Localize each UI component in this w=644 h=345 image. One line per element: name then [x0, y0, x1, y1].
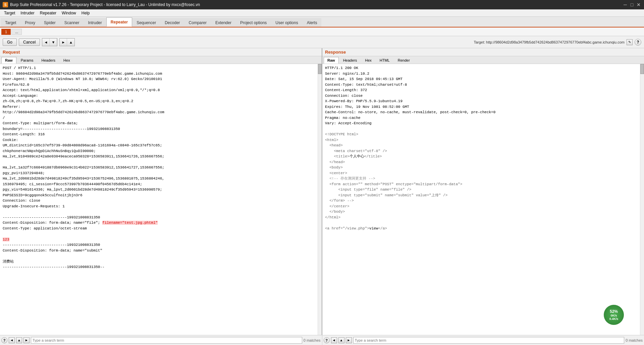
network-down: 0K/s	[610, 314, 617, 317]
request-search-prev[interactable]: ◄	[9, 337, 15, 343]
tab-user-options[interactable]: User options	[271, 18, 302, 27]
response-search-help[interactable]: ?	[324, 337, 330, 343]
tab-alerts[interactable]: Alerts	[303, 18, 322, 27]
network-up: 0.4K/s	[609, 317, 619, 321]
response-tabs: Raw Headers Hex HTML Render	[322, 56, 644, 64]
window-title: Burp Suite Professional v1.7.26 - Tempor…	[10, 2, 200, 7]
tab-project-options[interactable]: Project options	[236, 18, 271, 27]
repeater-tab-1[interactable]: 1	[1, 29, 11, 35]
main-content: Request Raw Params Headers Hex POST / HT…	[0, 48, 644, 335]
nav-up-button[interactable]: ▲	[67, 39, 74, 46]
request-header: Request	[0, 48, 322, 56]
tab-repeater[interactable]: Repeater	[106, 17, 132, 27]
tab-decoder[interactable]: Decoder	[160, 18, 184, 27]
response-search-input[interactable]	[353, 337, 625, 344]
tab-proxy[interactable]: Proxy	[20, 18, 40, 27]
request-search-input[interactable]	[31, 337, 302, 344]
nav-right-button[interactable]: ►	[60, 39, 67, 46]
request-content[interactable]: POST / HTTP/1.1 Host: 98604d2d98a3479fb5…	[0, 64, 318, 335]
tab-scanner[interactable]: Scanner	[60, 18, 84, 27]
menu-help[interactable]: Help	[79, 10, 93, 16]
request-panel: Request Raw Params Headers Hex POST / HT…	[0, 48, 322, 335]
request-search-help[interactable]: ?	[1, 337, 7, 343]
menu-intruder[interactable]: Intruder	[18, 10, 37, 16]
request-matches: 0 matches	[304, 338, 321, 342]
menu-bar: Target Intruder Repeater Window Help	[0, 9, 644, 17]
request-scrollbar[interactable]	[318, 64, 322, 335]
go-button[interactable]: Go	[3, 39, 17, 46]
network-badge: 52% 0K/s 0.4K/s	[604, 305, 624, 325]
request-tab-hex[interactable]: Hex	[60, 57, 74, 64]
response-tab-render[interactable]: Render	[394, 57, 414, 64]
menu-repeater[interactable]: Repeater	[37, 10, 59, 16]
request-tab-params[interactable]: Params	[17, 57, 37, 64]
request-tab-raw[interactable]: Raw	[1, 57, 16, 64]
response-tab-raw[interactable]: Raw	[324, 57, 339, 64]
tab-sequencer[interactable]: Sequencer	[132, 18, 160, 27]
response-scrollbar[interactable]	[640, 64, 644, 335]
close-button[interactable]: ✕	[636, 2, 641, 7]
minimize-button[interactable]: ─	[623, 2, 628, 7]
app-icon: S	[3, 2, 8, 7]
response-search-next-up[interactable]: ▲	[338, 337, 344, 343]
tab-bar: Target Proxy Spider Scanner Intruder Rep…	[0, 17, 644, 27]
nav-left-button[interactable]: ◄	[42, 39, 50, 46]
target-url: Target: http://98604d2d98a3479fb5dd74262…	[77, 40, 625, 44]
response-tab-hex[interactable]: Hex	[361, 57, 375, 64]
cancel-button[interactable]: Cancel	[19, 39, 40, 46]
response-search-next[interactable]: ►	[346, 337, 352, 343]
response-content[interactable]: HTTP/1.1 200 OK Server: nginx/1.10.2 Dat…	[322, 64, 640, 335]
bottom-bar: ? ◄ ▲ ► 0 matches ? ◄ ▲ ► 0 matches	[0, 335, 644, 345]
repeater-tab-new[interactable]: ...	[11, 29, 22, 35]
menu-target[interactable]: Target	[1, 10, 18, 16]
repeater-tab-bar: 1 ...	[0, 27, 644, 36]
response-search-section: ? ◄ ▲ ► 0 matches	[322, 335, 644, 345]
response-panel: Response Raw Headers Hex HTML Render HTT…	[322, 48, 644, 335]
tab-extender[interactable]: Extender	[211, 18, 236, 27]
edit-target-button[interactable]: ✎	[627, 39, 633, 45]
request-search-next[interactable]: ►	[23, 337, 30, 343]
response-matches: 0 matches	[626, 338, 643, 342]
tab-intruder[interactable]: Intruder	[84, 18, 106, 27]
response-tab-html[interactable]: HTML	[376, 57, 393, 64]
tab-spider[interactable]: Spider	[40, 18, 60, 27]
response-search-prev[interactable]: ◄	[331, 337, 337, 343]
nav-down-button[interactable]: ▼	[50, 39, 57, 46]
request-tabs: Raw Params Headers Hex	[0, 56, 322, 64]
help-button[interactable]: ?	[635, 39, 641, 46]
network-percent: 52%	[610, 309, 618, 314]
toolbar: Go Cancel ◄ ▼ ► ▲ Target: http://98604d2…	[0, 36, 644, 48]
request-search-section: ? ◄ ▲ ► 0 matches	[0, 335, 322, 345]
request-tab-headers[interactable]: Headers	[38, 57, 59, 64]
tab-comparer[interactable]: Comparer	[184, 18, 211, 27]
tab-target[interactable]: Target	[1, 18, 20, 27]
menu-window[interactable]: Window	[59, 10, 79, 16]
title-bar: S Burp Suite Professional v1.7.26 - Temp…	[0, 0, 644, 9]
maximize-button[interactable]: □	[629, 2, 635, 7]
response-tab-headers[interactable]: Headers	[339, 57, 361, 64]
request-search-next-up[interactable]: ▲	[16, 337, 22, 343]
response-header: Response	[322, 48, 644, 56]
